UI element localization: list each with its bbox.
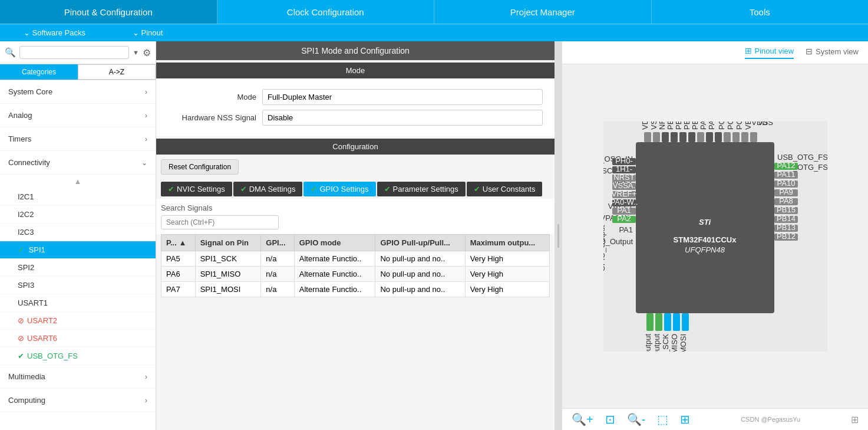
table-body: PA5 SPI1_SCK n/a Alternate Functio.. No … — [161, 251, 550, 297]
sidebar-tabs: Categories A->Z — [0, 64, 156, 80]
bottom-pin-gpio-out2: GPIO_Output — [652, 333, 661, 351]
cell-max-pa6: Very High — [465, 267, 549, 282]
top-pin-box-pb3 — [697, 132, 704, 142]
config-tabs: ✔ NVIC Settings ✔ DMA Settings ✔ GPIO Se… — [156, 179, 555, 199]
mode-select[interactable]: Full-Duplex Master Disable Full-Duplex S… — [262, 89, 543, 105]
nav-clock[interactable]: Clock Configuration — [217, 0, 435, 24]
sidebar-item-i2c2[interactable]: I2C2 — [0, 206, 156, 224]
pin-label-pa8: PA8 — [779, 196, 793, 205]
system-core-label: System Core — [8, 87, 52, 96]
top-pin-pc13: PC13 — [717, 122, 726, 130]
tab-parameter-settings[interactable]: ✔ Parameter Settings — [377, 182, 466, 196]
bottom-pin-box-sck — [664, 313, 671, 331]
scroll-indicator: ▲ — [0, 175, 156, 188]
search-input[interactable] — [19, 46, 129, 59]
cell-pull-pa5: No pull-up and no.. — [375, 251, 465, 267]
sidebar-items: System Core › Analog › Timers › Connecti… — [0, 80, 156, 430]
pin-label-pb14: PB14 — [777, 214, 796, 223]
panel-title: SPI1 Mode and Configuration — [156, 41, 555, 60]
col-signal[interactable]: Signal on Pin — [195, 235, 261, 251]
spi1-check-icon: ✓ — [18, 245, 24, 254]
tab-az[interactable]: A->Z — [78, 64, 156, 80]
cell-signal-pa5: SPI1_SCK — [195, 251, 261, 267]
analog-arrow: › — [145, 111, 147, 120]
nav-project[interactable]: Project Manager — [434, 0, 652, 24]
left-pin-pa1: PA1 — [619, 225, 633, 234]
cell-max-pa5: Very High — [465, 251, 549, 267]
col-gpio-pin[interactable]: GPI... — [261, 235, 294, 251]
sidebar-item-usart6[interactable]: ⊘ USART6 — [0, 330, 156, 347]
panel-icon[interactable]: ⊞ — [680, 412, 690, 426]
top-pin-box-nrst-top — [662, 132, 669, 142]
bottom-pin-box-mosi — [682, 313, 689, 331]
connectivity-collapse-arrow: ⌄ — [141, 159, 147, 167]
col-gpio-pull[interactable]: GPIO Pull-up/Pull... — [375, 235, 465, 251]
sidebar-item-spi3[interactable]: SPI3 — [0, 277, 156, 294]
nss-select[interactable]: Disable Hardware NSS Input Signal Hardwa… — [262, 110, 543, 126]
gpio-label: GPIO Settings — [319, 185, 368, 193]
cell-gpio-pa6: n/a — [261, 267, 294, 282]
tab-gpio-settings[interactable]: ✔ GPIO Settings — [303, 182, 375, 196]
dma-check-icon: ✔ — [240, 185, 247, 193]
top-pin-box-pa15 — [706, 132, 713, 142]
tab-user-constants[interactable]: ✔ User Constants — [467, 182, 543, 196]
sidebar-item-multimedia[interactable]: Multimedia › — [0, 365, 156, 389]
signals-table-wrapper: P... ▲ Signal on Pin GPI... GPIO mode GP… — [156, 234, 555, 302]
sidebar-item-spi1[interactable]: ✓ SPI1 — [0, 241, 156, 259]
col-gpio-mode[interactable]: GPIO mode — [294, 235, 375, 251]
right-pin-usb-dp: USB_OTG_FS_DP — [777, 153, 827, 162]
sidebar-item-computing[interactable]: Computing › — [0, 389, 156, 412]
grid-icon: ⊞ — [851, 414, 859, 425]
top-pin-label: PB3 — [691, 122, 699, 130]
config-toolbar: Reset Configuration — [156, 155, 555, 179]
search-signals-input[interactable] — [161, 215, 279, 229]
sidebar-item-timers[interactable]: Timers › — [0, 127, 156, 151]
mode-section: Mode Full-Duplex Master Disable Full-Dup… — [156, 78, 555, 136]
nav-pinout[interactable]: Pinout & Configuration — [0, 0, 217, 24]
sidebar-item-usart2[interactable]: ⊘ USART2 — [0, 312, 156, 330]
sidebar-item-usb-otg-fs[interactable]: ✔ USB_OTG_FS — [0, 347, 156, 365]
sidebar-item-usart1[interactable]: USART1 — [0, 294, 156, 312]
top-pin-label: PB4 — [682, 122, 691, 130]
sidebar-item-i2c3[interactable]: I2C3 — [0, 224, 156, 241]
tab-nvic-settings[interactable]: ✔ NVIC Settings — [161, 182, 232, 196]
nav-tools[interactable]: Tools — [652, 0, 869, 24]
zoom-out-icon[interactable]: 🔍- — [627, 412, 646, 426]
tab-dma-settings[interactable]: ✔ DMA Settings — [233, 182, 303, 196]
cell-mode-pa5: Alternate Functio.. — [294, 251, 375, 267]
search-dropdown-arrow[interactable]: ▼ — [133, 49, 139, 56]
chip-diagram-area: VDD VSS NRST PB6 PB5 PB4 PB3 PA15 PA14 S… — [562, 64, 868, 408]
col-max-output[interactable]: Maximum outpu... — [465, 235, 549, 251]
param-label: Parameter Settings — [393, 185, 458, 193]
tab-system-view[interactable]: ⊟ System view — [806, 47, 859, 58]
zoom-in-icon[interactable]: 🔍+ — [572, 412, 593, 426]
timers-arrow: › — [145, 135, 147, 143]
top-pin-box-pb4 — [688, 132, 695, 142]
top-pin-label: VDD — [641, 122, 649, 130]
panel-divider[interactable] — [555, 41, 562, 430]
sidebar: 🔍 ▼ ⚙ Categories A->Z System Core › Anal… — [0, 41, 156, 430]
bottom-pin-box-1 — [646, 313, 654, 331]
sidebar-item-i2c1[interactable]: I2C1 — [0, 188, 156, 206]
system-core-arrow: › — [145, 88, 147, 96]
cell-max-pa7: Very High — [465, 282, 549, 297]
chip-name: STM32F401CCUx — [673, 235, 737, 244]
tab-pinout-view[interactable]: ⊞ Pinout view — [745, 46, 794, 59]
subnav-pinout[interactable]: ⌄ Pinout — [109, 24, 186, 41]
top-pin-box-vbat — [750, 132, 757, 142]
reset-configuration-button[interactable]: Reset Configuration — [161, 159, 239, 175]
col-pin[interactable]: P... ▲ — [161, 235, 196, 251]
export-icon[interactable]: ⬚ — [657, 412, 668, 426]
sidebar-item-system-core[interactable]: System Core › — [0, 80, 156, 104]
pin-label-vssa-box: VSSA. — [612, 181, 635, 190]
sidebar-item-analog[interactable]: Analog › — [0, 104, 156, 127]
subnav-software-packs[interactable]: ⌄ Software Packs — [0, 24, 109, 41]
frame-icon[interactable]: ⊡ — [605, 412, 615, 426]
sidebar-item-spi2[interactable]: SPI2 — [0, 259, 156, 277]
tab-categories[interactable]: Categories — [0, 64, 78, 80]
gear-icon[interactable]: ⚙ — [143, 47, 151, 58]
chip-body — [636, 142, 774, 313]
sidebar-item-connectivity[interactable]: Connectivity ⌄ — [0, 151, 156, 175]
nss-field-wrapper: Disable Hardware NSS Input Signal Hardwa… — [262, 110, 543, 126]
mode-field-label: Mode — [168, 93, 262, 101]
